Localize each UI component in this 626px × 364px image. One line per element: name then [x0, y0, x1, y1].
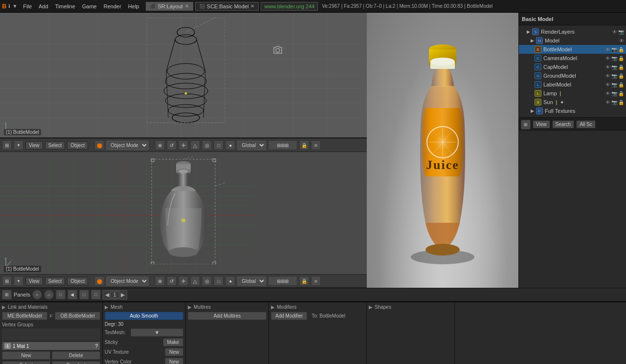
texmesh-dropdown[interactable]: ▼ — [131, 328, 183, 337]
lock-icon-3[interactable]: 🔒 — [618, 56, 624, 61]
render-icon-5[interactable]: 📷 — [611, 73, 617, 79]
global-select-bottom[interactable]: Global — [237, 277, 266, 286]
outliner-view-btn[interactable]: View — [533, 120, 550, 128]
render-icon[interactable]: ● — [225, 140, 235, 150]
uv-new-btn[interactable]: New — [165, 348, 183, 356]
outliner-allsc-btn[interactable]: All Sc — [576, 120, 596, 128]
outliner-item-renderlayers[interactable]: ▶ S RenderLayers 👁 📷 — [519, 27, 626, 36]
render-icon-7[interactable]: 📷 — [611, 91, 617, 96]
eye-icon-7[interactable]: 👁 — [605, 91, 610, 96]
scene-tab-close[interactable]: ✕ — [250, 3, 254, 9]
outliner-item-model[interactable]: ▶ M Model 👁 — [519, 36, 626, 45]
deselect-vg-btn[interactable]: Deselect — [52, 361, 100, 364]
lock-icon-top[interactable]: 🔒 — [299, 140, 309, 150]
lock-icon-7[interactable]: 🔒 — [618, 91, 624, 96]
scene-tab[interactable]: ⬛ SCE:Basic Model ✕ — [195, 2, 259, 11]
panels-square-2[interactable]: □ — [79, 290, 89, 300]
orient-icon[interactable]: ↺ — [167, 140, 177, 150]
render-menu[interactable]: Render — [101, 2, 124, 10]
viewport-grid-icon[interactable]: ⊞ — [2, 140, 12, 150]
panels-arrow-left[interactable]: ◀ — [67, 290, 77, 300]
camera-icon-btn[interactable]: □ — [214, 140, 224, 150]
scale-icon-2[interactable]: ◎ — [202, 276, 212, 286]
render-icon-0[interactable]: 📷 — [618, 29, 624, 35]
orient-icon-2[interactable]: ↺ — [167, 276, 177, 286]
render-icon-6[interactable]: 📷 — [611, 82, 617, 87]
global-select-top[interactable]: Global — [237, 141, 266, 150]
ob-btn[interactable]: OB:BottleModel — [55, 312, 100, 320]
move-icon[interactable]: ✛ — [179, 140, 188, 150]
view-arrow-icon-1[interactable]: ▼ — [14, 140, 23, 150]
blender-link-btn[interactable]: www.blender.org 244 — [261, 2, 318, 11]
outliner-item-groundmodel[interactable]: G GroundModel 👁 📷 🔒 — [519, 71, 626, 80]
eye-icon-0[interactable]: 👁 — [612, 29, 617, 35]
grid-icon-2[interactable]: ⊞⊞⊞ — [268, 276, 297, 286]
render-icon-4[interactable]: 📷 — [611, 64, 617, 70]
grid-icon-1[interactable]: ⊞⊞⊞ — [268, 140, 297, 150]
outliner-item-sun[interactable]: S Sun | ✦ 👁 📷 🔒 — [519, 98, 626, 107]
lock-icon-4[interactable]: 🔒 — [618, 64, 624, 70]
outliner-item-capmodel[interactable]: C CapModel 👁 📷 🔒 — [519, 63, 626, 71]
auto-smooth-btn[interactable]: Auto Smooth — [105, 312, 183, 320]
page-number-input[interactable] — [110, 291, 120, 299]
file-menu[interactable]: File — [20, 2, 35, 10]
lock-icon-5[interactable]: 🔒 — [618, 73, 624, 79]
object-menu-btn[interactable]: Object — [67, 141, 88, 150]
render-icon-3[interactable]: 📷 — [611, 56, 617, 61]
select-menu-btn[interactable]: Select — [45, 141, 66, 150]
outliner-view-icon[interactable]: ⊞ — [521, 120, 531, 129]
panels-circle-2[interactable]: ○ — [44, 290, 54, 300]
outliner-item-lamp[interactable]: L Lamp | 👁 📷 🔒 — [519, 89, 626, 98]
rotate-icon-2[interactable]: △ — [190, 276, 200, 286]
eye-icon-4[interactable]: 👁 — [605, 64, 610, 70]
page-next-btn[interactable]: ▶ — [121, 292, 125, 298]
outliner-item-labelmodel[interactable]: L LabelModel 👁 📷 🔒 — [519, 80, 626, 89]
add-multires-btn[interactable]: Add Multires — [188, 312, 267, 320]
view-menu-btn-2[interactable]: View — [25, 277, 43, 285]
render-icon-2[interactable]: 📷 — [611, 47, 617, 52]
delete-vg-btn[interactable]: Delete — [52, 351, 100, 360]
select-menu-btn-2[interactable]: Select — [45, 277, 66, 285]
timeline-menu[interactable]: Timeline — [52, 2, 78, 10]
help-menu[interactable]: Help — [125, 2, 142, 10]
render-icon-2[interactable]: ● — [225, 276, 235, 286]
more-icon-bottom[interactable]: ≡ — [311, 276, 321, 286]
mode-select-top[interactable]: Object Mode — [106, 141, 149, 150]
make-btn[interactable]: Make — [163, 338, 183, 346]
lock-icon-2[interactable]: 🔒 — [618, 47, 624, 52]
move-icon-2[interactable]: ✛ — [179, 276, 188, 286]
game-menu[interactable]: Game — [79, 2, 100, 10]
lock-icon-6[interactable]: 🔒 — [618, 82, 624, 87]
outliner-item-fulltextures[interactable]: ▶ F Full Textures — [519, 107, 626, 115]
eye-icon-1[interactable]: 👁 — [619, 38, 624, 43]
outliner-item-cameramodel[interactable]: C CameraModel 👁 📷 🔒 — [519, 54, 626, 63]
layout-tab[interactable]: ⬛ SR:Layout ✕ — [146, 2, 193, 11]
mat-slot-btn[interactable]: ? — [95, 343, 98, 349]
panels-circle-1[interactable]: ○ — [32, 290, 42, 300]
scale-icon[interactable]: ◎ — [202, 140, 212, 150]
layout-tab-close[interactable]: ✕ — [185, 3, 189, 9]
eye-icon-6[interactable]: 👁 — [605, 82, 610, 87]
eye-icon-5[interactable]: 👁 — [605, 73, 610, 79]
viewport-grid-icon-2[interactable]: ⊞ — [2, 276, 12, 286]
outliner-item-bottlemodel[interactable]: B BottleModel 👁 📷 🔒 — [519, 45, 626, 54]
camera-icon-btn-2[interactable]: □ — [214, 276, 224, 286]
add-modifier-btn[interactable]: Add Modifier — [271, 312, 307, 320]
page-prev-btn[interactable]: ◀ — [105, 292, 109, 298]
eye-icon-3[interactable]: 👁 — [605, 56, 610, 61]
snap-icon-2[interactable]: ⊕ — [155, 276, 165, 286]
add-menu[interactable]: Add — [36, 2, 51, 10]
outliner-search-btn[interactable]: Search — [552, 120, 575, 128]
eye-icon-2[interactable]: 👁 — [605, 47, 610, 52]
bottom-grid-icon[interactable]: ⊞ — [2, 290, 12, 300]
viewport-top[interactable]: X Z (1) BottleModel — [0, 13, 367, 138]
view-menu-btn[interactable]: View — [25, 141, 43, 150]
panels-square-3[interactable]: □ — [91, 290, 101, 300]
new-vg-btn[interactable]: New — [2, 351, 50, 360]
rotate-icon[interactable]: △ — [190, 140, 200, 150]
more-icon-top[interactable]: ≡ — [311, 140, 321, 150]
mode-select-bottom[interactable]: Object Mode — [106, 277, 149, 286]
object-menu-btn-2[interactable]: Object — [67, 277, 88, 285]
render-icon-8[interactable]: 📷 — [611, 100, 617, 105]
lock-icon-8[interactable]: 🔒 — [618, 100, 624, 105]
